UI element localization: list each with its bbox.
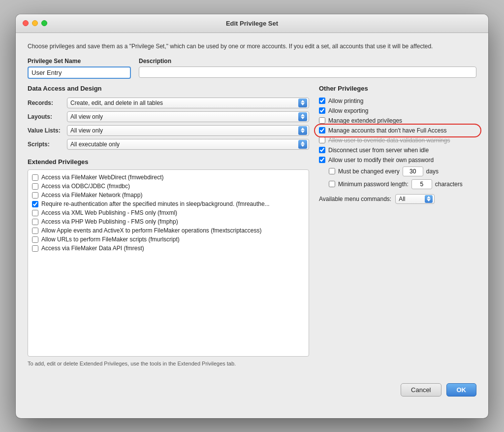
must-change-row: Must be changed every days <box>319 165 476 178</box>
ext-priv-label-8: Access via FileMaker Data API (fmrest) <box>41 245 144 252</box>
override-validation-checkbox[interactable] <box>319 137 325 143</box>
minimize-button[interactable] <box>32 20 38 26</box>
cancel-button[interactable]: Cancel <box>401 383 441 397</box>
desc-field-group: Description <box>139 58 476 79</box>
ok-button[interactable]: OK <box>446 383 477 397</box>
value-lists-select-wrapper: All view only All modifiable All no acce… <box>67 125 309 136</box>
layouts-select-wrapper: All view only All modifiable All no acce… <box>67 111 309 122</box>
records-label: Records: <box>28 96 67 110</box>
modify-password-checkbox[interactable] <box>319 157 325 163</box>
edit-privilege-set-dialog: Edit Privilege Set Choose privileges and… <box>16 14 488 418</box>
manage-accounts-item: Manage accounts that don't have Full Acc… <box>319 126 476 135</box>
list-item: Manage extended privileges <box>319 116 476 126</box>
manage-accounts-checkbox[interactable] <box>319 127 325 133</box>
ext-priv-checkbox-8[interactable] <box>32 245 38 252</box>
list-item: Disconnect user from server when idle <box>319 145 476 155</box>
description-text: Choose privileges and save them as a "Pr… <box>28 42 476 51</box>
name-label: Privilege Set Name <box>28 58 131 65</box>
bottom-buttons: Cancel OK <box>16 375 488 406</box>
table-row: Scripts: All executable only All modifia… <box>28 137 309 151</box>
layouts-label: Layouts: <box>28 110 67 124</box>
manage-accounts-label: Manage accounts that don't have Full Acc… <box>328 127 446 134</box>
list-item: Access via ODBC/JDBC (fmxdbc) <box>32 182 305 191</box>
allow-printing-checkbox[interactable] <box>319 98 325 104</box>
ext-priv-label-3: Require re-authentication after the spec… <box>41 200 270 207</box>
must-change-value[interactable] <box>403 166 423 176</box>
records-select-wrapper: Create, edit, and delete in all tables A… <box>67 98 309 108</box>
list-item: Access via FileMaker Data API (fmrest) <box>32 244 305 253</box>
list-item: Allow user to modify their own password <box>319 155 476 165</box>
scripts-label: Scripts: <box>28 137 67 151</box>
menu-commands-label: Available menu commands: <box>319 196 391 202</box>
list-item: Allow exporting <box>319 106 476 116</box>
ext-priv-checkbox-0[interactable] <box>32 174 38 181</box>
list-item: Access via PHP Web Publishing - FMS only… <box>32 217 305 226</box>
override-validation-label: Allow user to override data validation w… <box>328 137 450 144</box>
close-button[interactable] <box>23 20 29 26</box>
list-item: Allow URLs to perform FileMaker scripts … <box>32 235 305 244</box>
must-change-checkbox[interactable] <box>329 168 335 174</box>
ext-priv-checkbox-7[interactable] <box>32 236 38 243</box>
scripts-select[interactable]: All executable only All modifiable All n… <box>67 139 309 150</box>
list-item: Access via XML Web Publishing - FMS only… <box>32 208 305 217</box>
name-desc-row: Privilege Set Name Description <box>28 58 476 79</box>
table-row: Layouts: All view only All modifiable Al… <box>28 110 309 124</box>
left-panel: Data Access and Design Records: Create, … <box>28 85 309 366</box>
ext-priv-checkbox-1[interactable] <box>32 183 38 190</box>
menu-commands-select[interactable]: All Editing only Minimum <box>395 194 435 204</box>
ext-priv-checkbox-5[interactable] <box>32 219 38 225</box>
records-select[interactable]: Create, edit, and delete in all tables A… <box>67 98 309 108</box>
ext-priv-label-2: Access via FileMaker Network (fmapp) <box>41 192 142 199</box>
allow-exporting-label: Allow exporting <box>328 107 368 114</box>
table-row: Value Lists: All view only All modifiabl… <box>28 124 309 137</box>
ext-priv-label-4: Access via XML Web Publishing - FMS only… <box>41 209 177 216</box>
manage-extended-label: Manage extended privileges <box>328 117 402 124</box>
list-item: Access via FileMaker Network (fmapp) <box>32 191 305 199</box>
menu-commands-row: Available menu commands: All Editing onl… <box>319 193 476 205</box>
list-item: Allow Apple events and ActiveX to perfor… <box>32 226 305 235</box>
maximize-button[interactable] <box>41 20 47 26</box>
main-section: Data Access and Design Records: Create, … <box>28 85 476 366</box>
value-lists-select[interactable]: All view only All modifiable All no acce… <box>67 125 309 136</box>
ext-priv-label-5: Access via PHP Web Publishing - FMS only… <box>41 218 178 225</box>
ext-priv-checkbox-3[interactable] <box>32 201 38 207</box>
disconnect-user-checkbox[interactable] <box>319 147 325 153</box>
name-field-group: Privilege Set Name <box>28 58 131 79</box>
layouts-select[interactable]: All view only All modifiable All no acce… <box>67 111 309 122</box>
scripts-select-wrapper: All executable only All modifiable All n… <box>67 139 309 150</box>
desc-input[interactable] <box>139 66 476 78</box>
desc-label: Description <box>139 58 476 65</box>
right-panel: Other Privileges Allow printing Allow ex… <box>319 85 476 366</box>
min-password-checkbox[interactable] <box>329 181 335 187</box>
ext-priv-label-6: Allow Apple events and ActiveX to perfor… <box>41 227 262 234</box>
window-title: Edit Privilege Set <box>24 20 480 27</box>
characters-label: characters <box>435 181 463 188</box>
ext-priv-checkbox-6[interactable] <box>32 228 38 234</box>
title-bar: Edit Privilege Set <box>16 14 488 33</box>
extended-privileges-title: Extended Privileges <box>28 158 309 166</box>
allow-printing-label: Allow printing <box>328 98 363 104</box>
list-item: Require re-authentication after the spec… <box>32 199 305 208</box>
extended-privileges-footer: To add, edit or delete Extended Privileg… <box>28 361 309 366</box>
extended-privileges-box[interactable]: Access via FileMaker WebDirect (fmwebdir… <box>28 169 309 357</box>
must-change-label: Must be changed every <box>338 168 400 175</box>
list-item: Access via FileMaker WebDirect (fmwebdir… <box>32 173 305 182</box>
ext-priv-label-1: Access via ODBC/JDBC (fmxdbc) <box>41 183 130 190</box>
ext-priv-checkbox-2[interactable] <box>32 192 38 199</box>
ext-priv-checkbox-4[interactable] <box>32 210 38 216</box>
other-privileges-title: Other Privileges <box>319 85 476 92</box>
days-label: days <box>426 168 439 175</box>
list-item: Allow user to override data validation w… <box>319 135 476 145</box>
name-input[interactable] <box>28 66 131 79</box>
table-row: Records: Create, edit, and delete in all… <box>28 96 309 110</box>
min-password-label: Minimum password length: <box>338 181 409 188</box>
ext-priv-label-7: Allow URLs to perform FileMaker scripts … <box>41 236 180 243</box>
min-password-value[interactable] <box>411 179 432 189</box>
menu-commands-select-wrapper: All Editing only Minimum <box>395 194 435 204</box>
allow-exporting-checkbox[interactable] <box>319 107 325 114</box>
value-lists-label: Value Lists: <box>28 124 67 137</box>
list-item: Allow printing <box>319 96 476 106</box>
main-content: Choose privileges and save them as a "Pr… <box>16 33 488 375</box>
data-access-table: Records: Create, edit, and delete in all… <box>28 96 309 151</box>
manage-extended-checkbox[interactable] <box>319 117 325 124</box>
